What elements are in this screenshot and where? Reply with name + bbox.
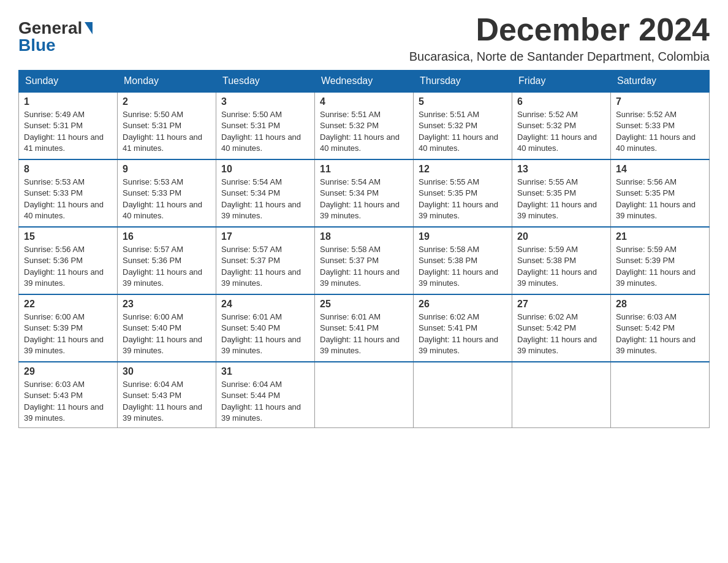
location-title: Bucarasica, Norte de Santander Departmen… [409, 50, 710, 64]
day-info: Sunrise: 5:52 AM Sunset: 5:33 PM Dayligh… [616, 109, 704, 154]
table-row: 8 Sunrise: 5:53 AM Sunset: 5:33 PM Dayli… [19, 159, 118, 227]
table-row: 30 Sunrise: 6:04 AM Sunset: 5:43 PM Dayl… [118, 362, 216, 427]
header-monday: Monday [118, 71, 216, 93]
day-info: Sunrise: 6:02 AM Sunset: 5:41 PM Dayligh… [419, 312, 507, 356]
day-number: 3 [221, 96, 309, 107]
day-number: 4 [320, 96, 408, 107]
day-number: 7 [616, 96, 704, 107]
table-row: 15 Sunrise: 5:56 AM Sunset: 5:36 PM Dayl… [19, 227, 118, 294]
day-info: Sunrise: 6:04 AM Sunset: 5:44 PM Dayligh… [221, 379, 309, 424]
day-info: Sunrise: 6:01 AM Sunset: 5:41 PM Dayligh… [320, 312, 408, 356]
table-row: 7 Sunrise: 5:52 AM Sunset: 5:33 PM Dayli… [611, 92, 710, 159]
table-row: 12 Sunrise: 5:55 AM Sunset: 5:35 PM Dayl… [414, 159, 512, 227]
table-row: 4 Sunrise: 5:51 AM Sunset: 5:32 PM Dayli… [315, 92, 414, 159]
table-row: 31 Sunrise: 6:04 AM Sunset: 5:44 PM Dayl… [216, 362, 315, 427]
table-row: 1 Sunrise: 5:49 AM Sunset: 5:31 PM Dayli… [19, 92, 118, 159]
month-title: December 2024 [409, 12, 710, 47]
day-number: 11 [320, 164, 408, 175]
page-header: General Blue December 2024 Bucarasica, N… [18, 12, 710, 64]
day-info: Sunrise: 5:58 AM Sunset: 5:38 PM Dayligh… [419, 244, 507, 289]
table-row: 20 Sunrise: 5:59 AM Sunset: 5:38 PM Dayl… [512, 227, 611, 294]
day-info: Sunrise: 6:03 AM Sunset: 5:43 PM Dayligh… [24, 379, 112, 424]
day-number: 25 [320, 299, 408, 310]
table-row: 28 Sunrise: 6:03 AM Sunset: 5:42 PM Dayl… [611, 294, 710, 362]
day-number: 10 [221, 164, 309, 175]
day-info: Sunrise: 5:59 AM Sunset: 5:38 PM Dayligh… [517, 244, 605, 289]
day-info: Sunrise: 5:49 AM Sunset: 5:31 PM Dayligh… [24, 109, 112, 154]
day-number: 14 [616, 164, 704, 175]
day-info: Sunrise: 6:02 AM Sunset: 5:42 PM Dayligh… [517, 312, 605, 356]
table-row: 25 Sunrise: 6:01 AM Sunset: 5:41 PM Dayl… [315, 294, 414, 362]
day-number: 8 [24, 164, 112, 175]
day-number: 16 [123, 231, 211, 242]
day-info: Sunrise: 5:57 AM Sunset: 5:36 PM Dayligh… [123, 244, 211, 289]
table-row: 19 Sunrise: 5:58 AM Sunset: 5:38 PM Dayl… [414, 227, 512, 294]
day-info: Sunrise: 6:04 AM Sunset: 5:43 PM Dayligh… [123, 379, 211, 424]
day-info: Sunrise: 5:55 AM Sunset: 5:35 PM Dayligh… [517, 177, 605, 221]
day-info: Sunrise: 5:51 AM Sunset: 5:32 PM Dayligh… [419, 109, 507, 154]
day-info: Sunrise: 5:50 AM Sunset: 5:31 PM Dayligh… [221, 109, 309, 154]
day-number: 5 [419, 96, 507, 107]
day-number: 31 [221, 366, 309, 377]
calendar-week-row: 8 Sunrise: 5:53 AM Sunset: 5:33 PM Dayli… [19, 159, 710, 227]
day-info: Sunrise: 5:53 AM Sunset: 5:33 PM Dayligh… [24, 177, 112, 221]
day-info: Sunrise: 5:59 AM Sunset: 5:39 PM Dayligh… [616, 244, 704, 289]
day-number: 24 [221, 299, 309, 310]
table-row: 27 Sunrise: 6:02 AM Sunset: 5:42 PM Dayl… [512, 294, 611, 362]
day-number: 6 [517, 96, 605, 107]
day-number: 19 [419, 231, 507, 242]
table-row: 24 Sunrise: 6:01 AM Sunset: 5:40 PM Dayl… [216, 294, 315, 362]
table-row [315, 362, 414, 427]
day-info: Sunrise: 5:54 AM Sunset: 5:34 PM Dayligh… [320, 177, 408, 221]
calendar-week-row: 22 Sunrise: 6:00 AM Sunset: 5:39 PM Dayl… [19, 294, 710, 362]
table-row: 3 Sunrise: 5:50 AM Sunset: 5:31 PM Dayli… [216, 92, 315, 159]
day-info: Sunrise: 5:51 AM Sunset: 5:32 PM Dayligh… [320, 109, 408, 154]
day-info: Sunrise: 5:50 AM Sunset: 5:31 PM Dayligh… [123, 109, 211, 154]
day-info: Sunrise: 6:01 AM Sunset: 5:40 PM Dayligh… [221, 312, 309, 356]
table-row [414, 362, 512, 427]
day-info: Sunrise: 5:56 AM Sunset: 5:36 PM Dayligh… [24, 244, 112, 289]
header-sunday: Sunday [19, 71, 118, 93]
calendar-week-row: 15 Sunrise: 5:56 AM Sunset: 5:36 PM Dayl… [19, 227, 710, 294]
table-row [512, 362, 611, 427]
day-info: Sunrise: 5:53 AM Sunset: 5:33 PM Dayligh… [123, 177, 211, 221]
day-info: Sunrise: 6:00 AM Sunset: 5:39 PM Dayligh… [24, 312, 112, 356]
logo: General Blue [18, 18, 93, 55]
day-number: 22 [24, 299, 112, 310]
day-number: 29 [24, 366, 112, 377]
header-tuesday: Tuesday [216, 71, 315, 93]
day-number: 2 [123, 96, 211, 107]
table-row: 13 Sunrise: 5:55 AM Sunset: 5:35 PM Dayl… [512, 159, 611, 227]
table-row: 2 Sunrise: 5:50 AM Sunset: 5:31 PM Dayli… [118, 92, 216, 159]
logo-blue-text: Blue [18, 36, 56, 55]
day-number: 17 [221, 231, 309, 242]
day-info: Sunrise: 6:00 AM Sunset: 5:40 PM Dayligh… [123, 312, 211, 356]
day-number: 23 [123, 299, 211, 310]
day-info: Sunrise: 5:56 AM Sunset: 5:35 PM Dayligh… [616, 177, 704, 221]
table-row [611, 362, 710, 427]
day-number: 27 [517, 299, 605, 310]
table-row: 17 Sunrise: 5:57 AM Sunset: 5:37 PM Dayl… [216, 227, 315, 294]
table-row: 9 Sunrise: 5:53 AM Sunset: 5:33 PM Dayli… [118, 159, 216, 227]
day-number: 13 [517, 164, 605, 175]
calendar-week-row: 1 Sunrise: 5:49 AM Sunset: 5:31 PM Dayli… [19, 92, 710, 159]
day-info: Sunrise: 5:52 AM Sunset: 5:32 PM Dayligh… [517, 109, 605, 154]
calendar-table: Sunday Monday Tuesday Wednesday Thursday… [18, 70, 710, 428]
calendar-header-row: Sunday Monday Tuesday Wednesday Thursday… [19, 71, 710, 93]
header-thursday: Thursday [414, 71, 512, 93]
day-number: 30 [123, 366, 211, 377]
day-number: 18 [320, 231, 408, 242]
table-row: 16 Sunrise: 5:57 AM Sunset: 5:36 PM Dayl… [118, 227, 216, 294]
day-number: 28 [616, 299, 704, 310]
day-info: Sunrise: 5:58 AM Sunset: 5:37 PM Dayligh… [320, 244, 408, 289]
day-info: Sunrise: 5:55 AM Sunset: 5:35 PM Dayligh… [419, 177, 507, 221]
day-info: Sunrise: 6:03 AM Sunset: 5:42 PM Dayligh… [616, 312, 704, 356]
table-row: 22 Sunrise: 6:00 AM Sunset: 5:39 PM Dayl… [19, 294, 118, 362]
table-row: 10 Sunrise: 5:54 AM Sunset: 5:34 PM Dayl… [216, 159, 315, 227]
header-saturday: Saturday [611, 71, 710, 93]
day-info: Sunrise: 5:54 AM Sunset: 5:34 PM Dayligh… [221, 177, 309, 221]
header-wednesday: Wednesday [315, 71, 414, 93]
header-friday: Friday [512, 71, 611, 93]
table-row: 23 Sunrise: 6:00 AM Sunset: 5:40 PM Dayl… [118, 294, 216, 362]
table-row: 5 Sunrise: 5:51 AM Sunset: 5:32 PM Dayli… [414, 92, 512, 159]
